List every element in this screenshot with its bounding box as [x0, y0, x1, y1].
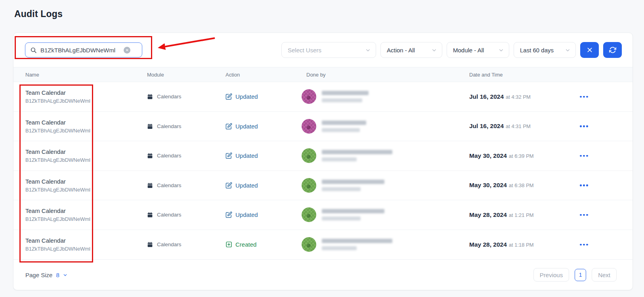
calendar-icon: [147, 182, 153, 188]
row-menu-button[interactable]: [577, 123, 590, 130]
row-id: B1ZkTBhALgEJbDWNeWml: [25, 216, 147, 222]
row-time: at 4:31 PM: [506, 123, 531, 129]
name-cell: Team Calendar B1ZkTBhALgEJbDWNeWml: [25, 207, 147, 222]
row-time: at 1:21 PM: [509, 212, 534, 218]
date-cell: Jul 16, 2024at 4:32 PM: [469, 93, 572, 100]
clear-search-icon[interactable]: ✕: [124, 47, 130, 54]
name-cell: Team Calendar B1ZkTBhALgEJbDWNeWml: [25, 148, 147, 163]
redacted-user-name: [322, 239, 392, 250]
table-row: Team Calendar B1ZkTBhALgEJbDWNeWml Calen…: [13, 141, 633, 171]
row-date: Jul 16, 2024: [469, 123, 504, 129]
avatar: [302, 119, 316, 134]
action-filter-dropdown[interactable]: Action - All: [380, 42, 442, 58]
row-date: May 30, 2024: [469, 152, 507, 159]
menu-cell: [572, 182, 621, 189]
row-menu-button[interactable]: [577, 182, 590, 189]
action-cell: Created: [225, 241, 302, 248]
date-cell: Jul 16, 2024at 4:31 PM: [469, 123, 572, 130]
action-label: Created: [235, 241, 256, 248]
module-label: Calendars: [157, 241, 182, 247]
module-cell: Calendars: [147, 94, 225, 100]
refresh-icon: [609, 46, 616, 54]
row-time: at 6:39 PM: [509, 153, 534, 159]
avatar: [302, 237, 316, 252]
avatar: [302, 89, 316, 104]
page-title: Audit Logs: [14, 9, 63, 19]
calendar-icon: [147, 94, 153, 100]
table-footer: Page Size 8 Previous 1 Next: [13, 259, 633, 290]
menu-cell: [572, 123, 621, 130]
table-row: Team Calendar B1ZkTBhALgEJbDWNeWml Calen…: [13, 112, 633, 142]
column-header-module: Module: [147, 72, 225, 78]
name-cell: Team Calendar B1ZkTBhALgEJbDWNeWml: [25, 237, 147, 252]
doneby-cell: [302, 89, 469, 104]
date-cell: May 30, 2024at 6:38 PM: [469, 182, 572, 189]
refresh-button[interactable]: [603, 42, 622, 58]
redacted-user-name: [322, 91, 369, 102]
clear-filters-button[interactable]: [580, 42, 599, 58]
current-page-button[interactable]: 1: [575, 269, 586, 281]
search-value: B1ZkTBhALgEJbDWNeWml: [40, 47, 115, 54]
column-header-name: Name: [25, 72, 147, 78]
module-label: Calendars: [157, 94, 182, 100]
row-date: May 28, 2024: [469, 211, 507, 218]
row-id: B1ZkTBhALgEJbDWNeWml: [25, 128, 147, 134]
edit-icon: [225, 152, 232, 159]
select-users-dropdown[interactable]: Select Users: [281, 42, 376, 58]
calendar-icon: [147, 153, 153, 159]
row-menu-button[interactable]: [577, 212, 590, 218]
chevron-down-icon: [365, 48, 371, 53]
action-cell: Updated: [225, 152, 302, 159]
table-header: Name Module Action Done by Date and Time: [13, 67, 633, 82]
redacted-user-name: [322, 180, 384, 191]
row-name: Team Calendar: [25, 89, 147, 96]
avatar: [302, 207, 316, 222]
search-input[interactable]: B1ZkTBhALgEJbDWNeWml ✕: [25, 42, 142, 57]
column-header-doneby: Done by: [302, 72, 469, 78]
date-range-dropdown[interactable]: Last 60 days: [514, 42, 576, 58]
row-name: Team Calendar: [25, 237, 147, 244]
doneby-cell: [302, 119, 469, 134]
row-time: at 4:32 PM: [506, 94, 531, 100]
previous-page-button[interactable]: Previous: [533, 268, 569, 282]
redacted-user-name: [322, 209, 384, 220]
page-size-label: Page Size: [25, 272, 52, 278]
module-filter-dropdown[interactable]: Module - All: [447, 42, 509, 58]
edit-icon: [225, 182, 232, 189]
chevron-down-icon: [63, 273, 67, 277]
date-cell: May 30, 2024at 6:39 PM: [469, 152, 572, 159]
action-label: Updated: [235, 211, 258, 218]
row-menu-button[interactable]: [577, 153, 590, 159]
next-page-button[interactable]: Next: [592, 268, 617, 282]
menu-cell: [572, 153, 621, 159]
table-row: Team Calendar B1ZkTBhALgEJbDWNeWml Calen…: [13, 230, 633, 260]
module-label: Calendars: [157, 153, 182, 159]
doneby-cell: [302, 207, 469, 222]
module-cell: Calendars: [147, 212, 225, 218]
chevron-down-icon: [565, 48, 570, 53]
table-row: Team Calendar B1ZkTBhALgEJbDWNeWml Calen…: [13, 200, 633, 230]
name-cell: Team Calendar B1ZkTBhALgEJbDWNeWml: [25, 178, 147, 193]
pagination: Previous 1 Next: [533, 268, 617, 282]
redacted-user-name: [322, 150, 392, 161]
row-date: May 28, 2024: [469, 241, 507, 248]
action-label: Updated: [235, 93, 258, 100]
doneby-cell: [302, 148, 469, 163]
menu-cell: [572, 241, 621, 248]
name-cell: Team Calendar B1ZkTBhALgEJbDWNeWml: [25, 89, 147, 104]
avatar: [302, 178, 316, 193]
name-cell: Team Calendar B1ZkTBhALgEJbDWNeWml: [25, 119, 147, 134]
action-cell: Updated: [225, 182, 302, 189]
module-label: Calendars: [157, 182, 182, 188]
module-cell: Calendars: [147, 241, 225, 247]
create-icon: [225, 241, 232, 248]
edit-icon: [225, 93, 232, 100]
audit-logs-card: B1ZkTBhALgEJbDWNeWml ✕ Select Users Acti…: [13, 33, 633, 290]
row-date: May 30, 2024: [469, 182, 507, 188]
row-menu-button[interactable]: [577, 241, 590, 248]
page-size-control[interactable]: Page Size 8: [25, 272, 67, 278]
avatar: [302, 148, 316, 163]
chevron-down-icon: [432, 48, 437, 53]
row-menu-button[interactable]: [577, 94, 590, 100]
doneby-cell: [302, 237, 469, 252]
